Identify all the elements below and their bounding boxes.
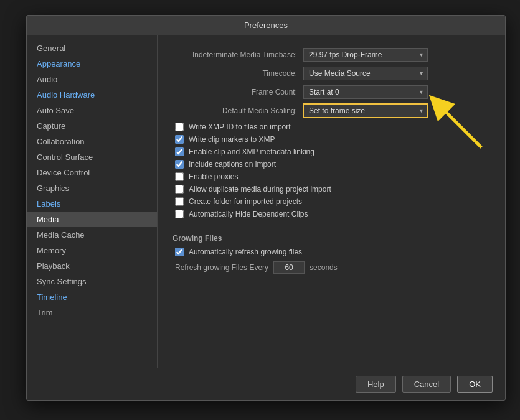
checkbox-row-write-clip-markers: Write clip markers to XMP bbox=[173, 135, 490, 144]
sidebar-item-audio-hardware[interactable]: Audio Hardware bbox=[27, 87, 157, 103]
sidebar-item-control-surface[interactable]: Control Surface bbox=[27, 149, 157, 165]
sidebar-item-collaboration[interactable]: Collaboration bbox=[27, 134, 157, 149]
sidebar-item-appearance[interactable]: Appearance bbox=[27, 56, 157, 72]
sidebar-item-sync-settings[interactable]: Sync Settings bbox=[27, 274, 157, 289]
checkbox-row-write-xmp-id: Write XMP ID to files on import bbox=[173, 123, 490, 131]
growing-files-title: Growing Files bbox=[173, 234, 490, 243]
sidebar-item-labels[interactable]: Labels bbox=[27, 196, 157, 212]
frame-count-select[interactable]: Start at 0 bbox=[303, 85, 428, 99]
sidebar-item-timeline[interactable]: Timeline bbox=[27, 289, 157, 305]
dialog-body: GeneralAppearanceAudioAudio HardwareAuto… bbox=[27, 35, 505, 368]
write-xmp-id-label: Write XMP ID to files on import bbox=[189, 123, 291, 131]
indeterminate-label: Indeterminate Media Timebase: bbox=[173, 50, 303, 59]
timecode-label: Timecode: bbox=[173, 69, 303, 78]
indeterminate-control: 29.97 fps Drop-Frame bbox=[303, 48, 490, 62]
dialog-titlebar: Preferences bbox=[27, 16, 505, 35]
write-xmp-id-checkbox[interactable] bbox=[175, 123, 184, 131]
write-clip-markers-label: Write clip markers to XMP bbox=[189, 135, 275, 144]
section-divider bbox=[173, 226, 490, 226]
frame-count-control: Start at 0 bbox=[303, 85, 490, 99]
checkbox-row-auto-hide-dependent: Automatically Hide Dependent Clips bbox=[173, 210, 490, 218]
write-clip-markers-checkbox[interactable] bbox=[175, 135, 184, 144]
sidebar-item-media-cache[interactable]: Media Cache bbox=[27, 227, 157, 243]
sidebar-item-general[interactable]: General bbox=[27, 40, 157, 56]
scaling-label: Default Media Scaling: bbox=[173, 106, 303, 115]
auto-refresh-checkbox[interactable] bbox=[175, 248, 184, 256]
ok-button[interactable]: OK bbox=[457, 376, 493, 393]
sidebar-item-capture[interactable]: Capture bbox=[27, 118, 157, 134]
checkbox-row-include-captions: Include captions on import bbox=[173, 160, 490, 169]
timecode-select-wrapper: Use Media Source bbox=[303, 67, 428, 80]
dialog-title: Preferences bbox=[244, 21, 288, 30]
create-folder-checkbox[interactable] bbox=[175, 197, 184, 206]
sidebar-item-playback[interactable]: Playback bbox=[27, 258, 157, 274]
indeterminate-select[interactable]: 29.97 fps Drop-Frame bbox=[303, 48, 428, 62]
allow-duplicate-label: Allow duplicate media during project imp… bbox=[189, 185, 331, 194]
timecode-row: Timecode: Use Media Source bbox=[173, 67, 490, 80]
main-content: Indeterminate Media Timebase: 29.97 fps … bbox=[158, 35, 505, 368]
refresh-interval-input[interactable] bbox=[273, 261, 305, 274]
auto-hide-dependent-checkbox[interactable] bbox=[175, 210, 184, 218]
create-folder-label: Create folder for imported projects bbox=[189, 197, 302, 206]
sidebar: GeneralAppearanceAudioAudio HardwareAuto… bbox=[27, 35, 158, 368]
sidebar-item-media[interactable]: Media bbox=[27, 212, 157, 227]
checkbox-row-enable-clip-xmp: Enable clip and XMP metadata linking bbox=[173, 147, 490, 156]
include-captions-label: Include captions on import bbox=[189, 160, 276, 169]
auto-refresh-row: Automatically refresh growing files bbox=[173, 248, 490, 256]
auto-hide-dependent-label: Automatically Hide Dependent Clips bbox=[189, 210, 308, 218]
scaling-select[interactable]: Set to frame size bbox=[303, 104, 428, 118]
timecode-select[interactable]: Use Media Source bbox=[303, 67, 428, 80]
enable-proxies-checkbox[interactable] bbox=[175, 172, 184, 181]
scaling-control: Set to frame size bbox=[303, 104, 490, 118]
frame-count-select-wrapper: Start at 0 bbox=[303, 85, 428, 99]
enable-clip-xmp-checkbox[interactable] bbox=[175, 147, 184, 156]
sidebar-item-memory[interactable]: Memory bbox=[27, 243, 157, 258]
sidebar-item-graphics[interactable]: Graphics bbox=[27, 180, 157, 196]
checkbox-row-create-folder: Create folder for imported projects bbox=[173, 197, 490, 206]
refresh-interval-label: Refresh growing Files Every bbox=[175, 263, 268, 272]
cancel-button[interactable]: Cancel bbox=[402, 376, 451, 393]
indeterminate-select-wrapper: 29.97 fps Drop-Frame bbox=[303, 48, 428, 62]
sidebar-item-trim[interactable]: Trim bbox=[27, 305, 157, 320]
enable-proxies-label: Enable proxies bbox=[189, 172, 238, 181]
dialog-footer: Help Cancel OK bbox=[27, 368, 505, 400]
timecode-control: Use Media Source bbox=[303, 67, 490, 80]
indeterminate-row: Indeterminate Media Timebase: 29.97 fps … bbox=[173, 48, 490, 62]
sidebar-item-device-control[interactable]: Device Control bbox=[27, 165, 157, 180]
refresh-unit-label: seconds bbox=[310, 263, 338, 272]
scaling-select-wrapper: Set to frame size bbox=[303, 104, 428, 118]
frame-count-label: Frame Count: bbox=[173, 88, 303, 96]
checkboxes-section: Write XMP ID to files on importWrite cli… bbox=[173, 123, 490, 218]
auto-refresh-label: Automatically refresh growing files bbox=[189, 248, 302, 256]
include-captions-checkbox[interactable] bbox=[175, 160, 184, 169]
scaling-row: Default Media Scaling: Set to frame size bbox=[173, 104, 490, 118]
allow-duplicate-checkbox[interactable] bbox=[175, 185, 184, 194]
refresh-interval-row: Refresh growing Files Every seconds bbox=[173, 261, 490, 274]
preferences-dialog: Preferences GeneralAppearanceAudioAudio … bbox=[26, 15, 506, 401]
checkbox-row-allow-duplicate: Allow duplicate media during project imp… bbox=[173, 185, 490, 194]
help-button[interactable]: Help bbox=[356, 376, 396, 393]
sidebar-item-audio[interactable]: Audio bbox=[27, 72, 157, 87]
checkbox-row-enable-proxies: Enable proxies bbox=[173, 172, 490, 181]
enable-clip-xmp-label: Enable clip and XMP metadata linking bbox=[189, 147, 314, 156]
frame-count-row: Frame Count: Start at 0 bbox=[173, 85, 490, 99]
sidebar-item-auto-save[interactable]: Auto Save bbox=[27, 103, 157, 118]
